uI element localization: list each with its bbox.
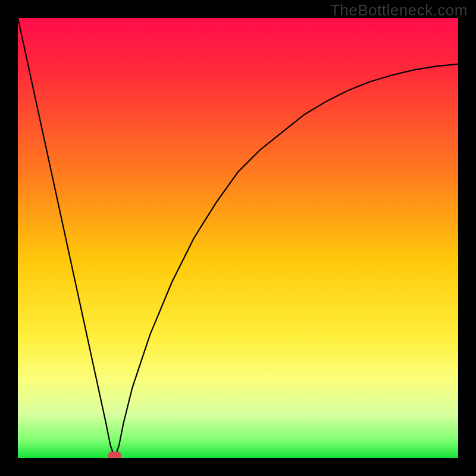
plot-area	[18, 18, 458, 460]
watermark-label: TheBottleneck.com	[330, 1, 468, 20]
bottleneck-chart	[0, 0, 476, 476]
gradient-background	[18, 18, 458, 458]
chart-container: TheBottleneck.com	[0, 0, 476, 476]
